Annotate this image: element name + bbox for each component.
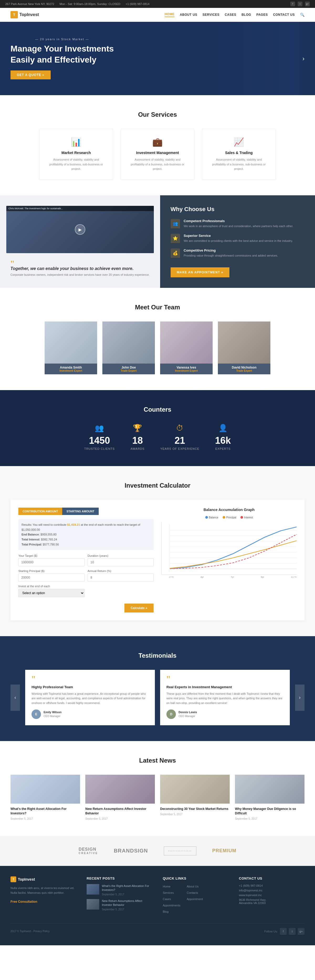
service-title: Superior Service: [184, 234, 293, 238]
footer-link-home[interactable]: Home: [163, 885, 170, 888]
hero-subtitle: — 20 years in Stock Market —: [11, 38, 114, 41]
clients-label: Trusted Clients: [84, 447, 115, 450]
emily-test-text: Working with TopInvest has been a great …: [32, 692, 149, 706]
quote-sub-text: Corporate business owners, independent r…: [11, 273, 150, 277]
footer-link-appointment[interactable]: Appointment: [187, 897, 203, 900]
footer-post-img-1: [87, 884, 99, 894]
testimonials-prev-button[interactable]: ‹: [11, 684, 20, 711]
social-fb-icon[interactable]: f: [290, 2, 295, 6]
nav-home[interactable]: HOME: [165, 12, 174, 17]
testimonials-section: Testimonials ‹ " Highly Professional Tea…: [0, 636, 315, 741]
service-investment-desc: Assessment of viability, stability and p…: [127, 158, 188, 172]
counters-grid: 👥 1450 Trusted Clients 🏆 18 Awards ⏱ 21 …: [11, 424, 304, 450]
news-card-4[interactable]: Why Money Manager Due Diligence is so Di…: [235, 775, 304, 820]
play-button[interactable]: ▶: [75, 224, 85, 235]
hero-cta-button[interactable]: Get A Quote »: [11, 70, 51, 80]
partner-premium: PREMIUM: [212, 848, 236, 854]
why-item-service: ⭐ Superior Service We are committed to p…: [171, 234, 304, 243]
footer-social-tw[interactable]: t: [289, 928, 296, 935]
legend-principal: Principal: [223, 516, 236, 519]
social-gp-icon[interactable]: g+: [305, 2, 310, 6]
services-section: Our Services 📊 Market Research Assessmen…: [0, 95, 315, 195]
contribution-tab[interactable]: CONTRIBUTION AMOUNT: [18, 508, 62, 515]
duration-input[interactable]: [88, 558, 154, 566]
sales-trading-icon: 📈: [209, 137, 269, 147]
calc-result-box: Results: You will need to contribute $1,…: [18, 519, 154, 550]
service-trading-desc: Assessment of viability, stability and p…: [209, 158, 269, 172]
total-principal-label: Total Principal: [22, 543, 41, 546]
footer-link-cases[interactable]: Cases: [163, 897, 171, 900]
counter-experience: ⏱ 21 Years of Experience: [160, 424, 199, 450]
target-input[interactable]: [18, 558, 84, 566]
experts-label: Experts: [215, 447, 231, 450]
awards-icon: 🏆: [130, 424, 144, 433]
footer-logo-text: TopInvest: [18, 877, 35, 881]
service-card-investment: 💼 Investment Management Assessment of vi…: [121, 129, 194, 180]
nav-cases[interactable]: CASES: [225, 13, 236, 17]
why-item-pricing: 💰 Competitive Pricing Providing value th…: [171, 248, 304, 258]
footer-logo[interactable]: T TopInvest: [11, 877, 76, 882]
appointment-button[interactable]: Make An Appointment »: [171, 267, 230, 277]
search-button[interactable]: 🔍: [300, 13, 304, 17]
emily-avatar: E: [32, 710, 41, 719]
footer-social-gp[interactable]: g+: [298, 928, 304, 935]
x-label-1: 4yr: [201, 576, 204, 578]
footer-post-2[interactable]: New Return Assumptions Affect Investor B…: [87, 899, 152, 911]
news-card-3[interactable]: Deconstructing 30 Year Stock Market Retu…: [160, 775, 230, 820]
pricing-icon: 💰: [171, 248, 180, 258]
total-interest-val: $382,765.24: [41, 538, 57, 541]
calculate-button[interactable]: Calculate »: [124, 604, 154, 612]
awards-label: Awards: [130, 447, 144, 450]
social-tw-icon[interactable]: t: [298, 2, 302, 6]
team-card-john: John Doe Trade Expert: [102, 321, 155, 374]
test-card-emily: " Highly Professional Team Working with …: [25, 670, 155, 725]
footer-link-blog[interactable]: Blog: [163, 910, 169, 913]
nav-pages[interactable]: PAGES: [256, 13, 268, 17]
john-name-bar: John Doe Trade Expert: [102, 364, 155, 374]
test-cards: " Highly Professional Team Working with …: [25, 670, 290, 725]
footer-link-about[interactable]: About Us: [187, 885, 198, 888]
vanessa-role: Investment Expert: [162, 369, 211, 372]
professionals-icon: 👥: [171, 219, 180, 228]
footer-social-bar: Follow Us: f t g+: [264, 928, 304, 935]
news-card-1[interactable]: What's the Right Asset Allocation For In…: [11, 775, 80, 820]
news-title-3: Deconstructing 30 Year Stock Market Retu…: [160, 807, 230, 811]
news-img-3: [160, 775, 230, 803]
news-section: Latest News What's the Right Asset Alloc…: [0, 741, 315, 836]
principal-dot: [223, 516, 225, 519]
starting-tab[interactable]: STARTING AMOUNT: [62, 508, 98, 515]
footer-post-1[interactable]: What's the Right Asset Allocation For In…: [87, 884, 152, 896]
logo[interactable]: T TopInvest: [11, 11, 39, 18]
testimonials-next-button[interactable]: ›: [295, 684, 304, 711]
footer-link-services[interactable]: Services: [163, 891, 174, 894]
period-field: Invest at the end of each Select an opti…: [18, 585, 84, 597]
nav-contact[interactable]: CONTACT US: [273, 13, 295, 17]
footer-consult[interactable]: Free Consultation: [11, 900, 37, 904]
nav-blog[interactable]: BLOG: [242, 13, 251, 17]
footer-link-contacts[interactable]: Contacts: [187, 891, 198, 894]
return-input[interactable]: [88, 574, 154, 581]
hero: — 20 years in Stock Market — Manage Your…: [0, 22, 315, 95]
nav-services[interactable]: SERVICES: [203, 13, 220, 17]
footer-desc: Nulla viverra nibh arcu, at viverra leo …: [11, 886, 76, 895]
hero-bg-decoration: [210, 22, 299, 95]
john-role: Trade Expert: [104, 369, 153, 372]
nav-about[interactable]: ABOUT US: [180, 13, 198, 17]
footer-social-fb[interactable]: f: [280, 928, 287, 935]
hero-next-arrow[interactable]: ›: [302, 55, 304, 62]
amanda-name: Amanda Smith: [47, 366, 95, 369]
footer-copyright: 2017 © TopInvest - Privacy Policy: [11, 930, 50, 933]
footer-link-appointments[interactable]: Appointments: [163, 904, 180, 907]
duration-field: Duration (years): [88, 554, 154, 566]
footer-address: 9636 Richmond Hwy, Alexandria VA 22303: [239, 898, 304, 905]
graph-x-labels: 2 Yr 4yr 7yr 9yr 11 Yr: [161, 574, 297, 579]
experts-icon: 👤: [215, 424, 231, 433]
footer-phone: +1 (609) 987-0814: [239, 884, 304, 887]
period-select[interactable]: Select an option Month Year: [18, 589, 84, 597]
david-photo: [218, 321, 271, 364]
news-card-2[interactable]: New Return Assumptions Affect Investor B…: [85, 775, 155, 820]
principal-input[interactable]: [18, 574, 84, 581]
counters-section: Counters 👥 1450 Trusted Clients 🏆 18 Awa…: [0, 390, 315, 466]
dennis-author: D Dennis Lewis CEO Manager: [166, 710, 283, 719]
video-thumbnail[interactable]: Chris McKnett: The investment logic for …: [6, 206, 154, 253]
